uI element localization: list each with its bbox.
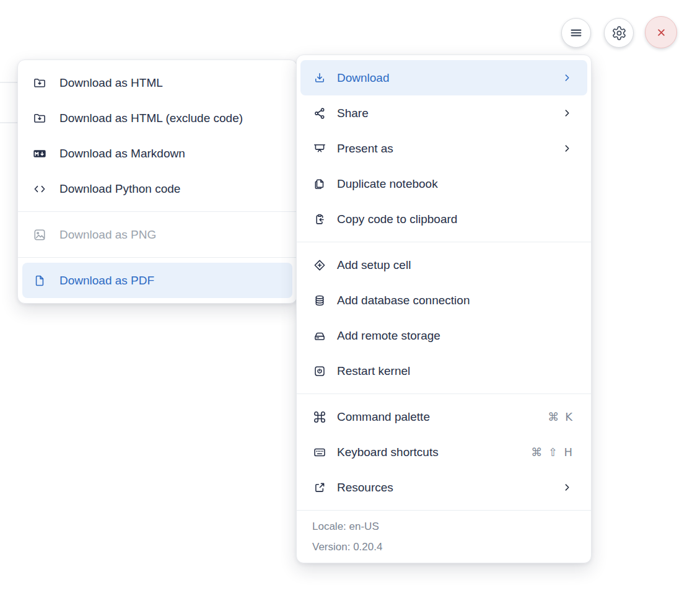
chevron-right-icon bbox=[562, 143, 572, 154]
hamburger-icon bbox=[568, 25, 584, 41]
menu-item-label: Download as HTML bbox=[59, 76, 163, 90]
download-submenu: Download as HTML Download as HTML (exclu… bbox=[17, 59, 297, 304]
menu-item-label: Present as bbox=[337, 142, 393, 156]
menu-item-download-python-code[interactable]: Download Python code bbox=[18, 171, 297, 206]
keyboard-icon bbox=[313, 446, 326, 459]
menu-item-label: Download as PDF bbox=[59, 274, 154, 288]
menu-item-download-as-markdown[interactable]: Download as Markdown bbox=[18, 136, 297, 171]
menu-item-resources[interactable]: Resources bbox=[297, 470, 591, 505]
chevron-right-icon bbox=[562, 108, 572, 118]
menu-item-duplicate-notebook[interactable]: Duplicate notebook bbox=[297, 166, 591, 201]
menu-item-add-remote-storage[interactable]: Add remote storage bbox=[297, 318, 591, 353]
gear-icon bbox=[611, 25, 627, 41]
presentation-icon bbox=[313, 142, 326, 156]
external-link-icon bbox=[313, 481, 326, 495]
menu-item-restart-kernel[interactable]: Restart kernel bbox=[297, 353, 591, 389]
version-text: Version: 0.20.4 bbox=[312, 537, 579, 557]
menu-item-add-setup-cell[interactable]: Add setup cell bbox=[297, 247, 591, 283]
plus-diamond-icon bbox=[313, 258, 326, 272]
background-divider bbox=[0, 82, 17, 83]
menu-item-label: Command palette bbox=[337, 410, 430, 424]
locale-text: Locale: en-US bbox=[312, 516, 579, 537]
hamburger-menu-button[interactable] bbox=[561, 18, 591, 48]
folder-download-icon bbox=[33, 112, 46, 125]
markdown-download-icon bbox=[33, 147, 46, 160]
menu-item-share[interactable]: Share bbox=[297, 95, 591, 131]
menu-item-download-as-html[interactable]: Download as HTML bbox=[18, 65, 297, 100]
share-icon bbox=[313, 107, 326, 120]
duplicate-icon bbox=[313, 177, 326, 191]
menu-item-add-database-connection[interactable]: Add database connection bbox=[297, 283, 591, 318]
menu-item-label: Add setup cell bbox=[337, 258, 411, 272]
menu-item-copy-code-to-clipboard[interactable]: Copy code to clipboard bbox=[297, 201, 591, 237]
image-icon bbox=[33, 228, 46, 242]
menu-item-download-as-png: Download as PNG bbox=[18, 217, 297, 252]
menu-item-label: Copy code to clipboard bbox=[337, 213, 457, 226]
menu-item-command-palette[interactable]: Command palette ⌘ K bbox=[297, 399, 591, 434]
chevron-right-icon bbox=[562, 73, 572, 83]
background-divider bbox=[0, 122, 17, 123]
keyboard-shortcut: ⌘ K bbox=[548, 410, 572, 423]
database-icon bbox=[313, 294, 326, 307]
clipboard-copy-icon bbox=[313, 213, 326, 226]
menu-item-present-as[interactable]: Present as bbox=[297, 131, 591, 166]
keyboard-shortcut: ⌘ ⇧ H bbox=[531, 446, 572, 459]
menu-item-keyboard-shortcuts[interactable]: Keyboard shortcuts ⌘ ⇧ H bbox=[297, 434, 591, 470]
menu-item-label: Download as PNG bbox=[59, 228, 156, 242]
file-icon bbox=[33, 274, 46, 288]
menu-item-label: Keyboard shortcuts bbox=[337, 446, 439, 459]
menu-item-label: Download as HTML (exclude code) bbox=[59, 112, 243, 125]
code-icon bbox=[33, 182, 46, 196]
settings-button[interactable] bbox=[604, 18, 634, 48]
menu-item-label: Duplicate notebook bbox=[337, 177, 438, 191]
menu-item-label: Restart kernel bbox=[337, 364, 410, 378]
notebook-menu: Download Share Present as bbox=[296, 55, 592, 563]
storage-drive-icon bbox=[313, 329, 326, 343]
close-icon bbox=[653, 24, 670, 41]
menu-item-label: Download Python code bbox=[59, 182, 180, 196]
folder-download-icon bbox=[33, 76, 46, 90]
menu-item-label: Add remote storage bbox=[337, 329, 440, 343]
menu-item-label: Add database connection bbox=[337, 294, 470, 307]
menu-footer: Locale: en-US Version: 0.20.4 bbox=[297, 510, 591, 563]
menu-item-label: Share bbox=[337, 107, 369, 120]
command-icon bbox=[313, 410, 326, 424]
menu-item-download[interactable]: Download bbox=[300, 60, 587, 95]
close-button[interactable] bbox=[645, 16, 677, 48]
menu-item-label: Download bbox=[337, 71, 390, 85]
chevron-right-icon bbox=[562, 482, 572, 493]
download-icon bbox=[313, 71, 326, 85]
menu-item-download-as-pdf[interactable]: Download as PDF bbox=[22, 263, 292, 298]
menu-item-label: Download as Markdown bbox=[59, 147, 185, 160]
menu-item-label: Resources bbox=[337, 481, 393, 495]
menu-item-download-as-html-exclude-code[interactable]: Download as HTML (exclude code) bbox=[18, 100, 297, 136]
power-icon bbox=[313, 364, 326, 378]
